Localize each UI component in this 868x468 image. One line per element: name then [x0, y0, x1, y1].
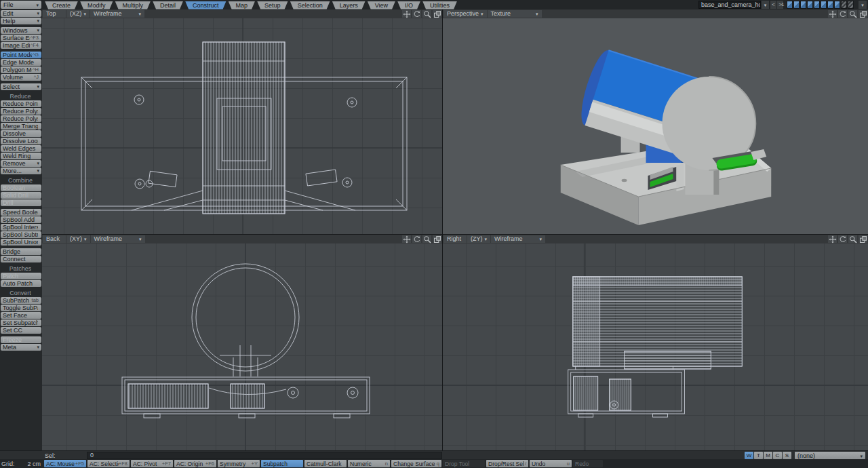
sidebar-item[interactable]: SpBool Subtract: [1, 231, 41, 238]
file-menu-button[interactable]: File: [1, 1, 41, 9]
viewport-canvas-back[interactable]: [42, 243, 442, 450]
status-button[interactable]: Undou: [530, 460, 572, 467]
pan-icon[interactable]: [828, 10, 837, 18]
viewport-axes-dropdown[interactable]: (ZY): [467, 235, 490, 243]
sidebar-item[interactable]: Dissolve Loop: [1, 138, 41, 144]
status-button[interactable]: AC: Origin+F6: [174, 460, 216, 467]
menu-tab[interactable]: Create: [45, 1, 78, 9]
layer-slot[interactable]: [800, 1, 806, 9]
sidebar-item[interactable]: More...▾: [1, 168, 41, 174]
menu-tab[interactable]: Construct: [185, 1, 226, 9]
sidebar-item[interactable]: Dissolve: [1, 130, 41, 137]
menu-tab[interactable]: Detail: [153, 1, 183, 9]
zoom-icon[interactable]: [848, 235, 857, 243]
sidebar-item[interactable]: Edge Mode: [1, 59, 41, 66]
object-list-dropdown[interactable]: [762, 1, 769, 9]
layer-slot[interactable]: [848, 1, 854, 9]
sidebar-item[interactable]: Weld Edges: [1, 145, 41, 152]
viewport-canvas-right[interactable]: [443, 243, 868, 450]
status-button[interactable]: Catmull-Clark: [304, 460, 347, 467]
status-button[interactable]: Drop Tool: [443, 460, 485, 467]
maximize-icon[interactable]: [859, 235, 867, 243]
sidebar-item[interactable]: Select▾: [1, 83, 41, 90]
sidebar-item[interactable]: SpBool Add: [1, 216, 41, 223]
viewport-name-dropdown[interactable]: Perspective: [443, 10, 487, 18]
viewport-axes-dropdown[interactable]: (XY): [66, 235, 90, 243]
sidebar-item[interactable]: SpBool Union: [1, 239, 41, 246]
viewport-mode-dropdown[interactable]: Wireframe: [90, 10, 144, 18]
layer-slot[interactable]: [793, 1, 800, 9]
layer-slot[interactable]: [787, 1, 793, 9]
maximize-icon[interactable]: [433, 10, 441, 18]
sidebar-item[interactable]: Toggle SubPatch: [1, 305, 41, 311]
zoom-icon[interactable]: [848, 10, 857, 18]
vmap-type-button[interactable]: T: [754, 452, 763, 459]
viewport-mode-dropdown[interactable]: Wireframe: [91, 235, 145, 243]
status-button[interactable]: AC: Pivot+F7: [131, 460, 173, 467]
sidebar-item[interactable]: Speed Boolean: [1, 209, 41, 216]
maximize-icon[interactable]: [433, 235, 441, 243]
sidebar-item[interactable]: Patch: [1, 273, 41, 279]
status-button[interactable]: Redo: [573, 460, 603, 467]
sidebar-item[interactable]: Remove▾: [1, 160, 41, 167]
vmap-type-button[interactable]: W: [745, 452, 753, 459]
menu-tab[interactable]: Utilities: [422, 1, 457, 9]
layer-slot[interactable]: [821, 1, 827, 9]
layer-slot[interactable]: [814, 1, 820, 9]
sidebar-item[interactable]: Set Face: [1, 312, 41, 319]
sidebar-item[interactable]: Drill: [1, 199, 41, 206]
layer-slot[interactable]: [834, 1, 840, 9]
rotate-icon[interactable]: [412, 235, 421, 243]
menu-tab[interactable]: Multiply: [115, 1, 151, 9]
viewport-name-button[interactable]: Back: [43, 235, 66, 243]
vmap-type-button[interactable]: C: [773, 452, 782, 459]
sidebar-item[interactable]: Freeze: [1, 336, 41, 343]
vmap-type-button[interactable]: S: [783, 452, 791, 459]
layer-bank-prev-button[interactable]: <: [770, 1, 776, 9]
layer-slot[interactable]: [841, 1, 847, 9]
sidebar-item[interactable]: Meta▾: [1, 344, 41, 351]
sidebar-item[interactable]: Point Mode^G: [1, 52, 41, 58]
menu-tab[interactable]: Setup: [257, 1, 288, 9]
sidebar-item[interactable]: SubPatchtab: [1, 297, 41, 304]
sidebar-item[interactable]: Image Editor^F4: [1, 42, 41, 49]
viewport-canvas-perspective[interactable]: [443, 18, 868, 234]
sidebar-item[interactable]: Set CC: [1, 327, 41, 334]
status-button[interactable]: Numericn: [348, 460, 390, 467]
pan-icon[interactable]: [402, 235, 411, 243]
viewport-name-button[interactable]: Top: [43, 10, 66, 18]
rotate-icon[interactable]: [838, 235, 847, 243]
sidebar-item[interactable]: Surface Editor^F3: [1, 35, 41, 41]
rotate-icon[interactable]: [412, 10, 421, 18]
maximize-icon[interactable]: [859, 10, 867, 18]
sidebar-item[interactable]: Boolean: [1, 184, 41, 191]
layer-slot[interactable]: [807, 1, 813, 9]
sidebar-item[interactable]: Help▾: [1, 18, 41, 24]
viewport-name-button[interactable]: Right: [443, 235, 467, 243]
viewport-mode-dropdown[interactable]: Texture: [488, 10, 542, 18]
menu-tab[interactable]: Selection: [290, 1, 330, 9]
sidebar-item[interactable]: Reduce Polys: [1, 108, 41, 115]
sidebar-item[interactable]: Reduce Polys +: [1, 115, 41, 122]
object-name-field[interactable]: base_and_camera_holder: [698, 1, 761, 9]
viewport-mode-dropdown[interactable]: Wireframe: [491, 235, 545, 243]
sidebar-item[interactable]: Windows▾: [1, 27, 41, 34]
sidebar-item[interactable]: Edit▾: [1, 10, 41, 17]
vmap-selector-dropdown[interactable]: (none): [795, 452, 865, 459]
sidebar-item[interactable]: SpBool Intersect: [1, 224, 41, 231]
sidebar-item[interactable]: Reduce Points: [1, 100, 41, 107]
menu-tab[interactable]: Layers: [332, 1, 366, 9]
sidebar-item[interactable]: Set Subpatch: [1, 319, 41, 326]
sidebar-item[interactable]: Weld Ring: [1, 153, 41, 159]
sidebar-item[interactable]: Auto Patch: [1, 280, 41, 287]
status-button[interactable]: Change Surfaceq: [391, 460, 441, 467]
menu-tab[interactable]: View: [368, 1, 395, 9]
sidebar-item[interactable]: Connect: [1, 256, 41, 262]
sidebar-item[interactable]: Solid Drill: [1, 192, 41, 199]
viewport-canvas-top[interactable]: [42, 18, 442, 234]
status-button[interactable]: Symmetry+Y: [218, 460, 260, 467]
layer-menu-dropdown[interactable]: [859, 1, 867, 9]
sidebar-item[interactable]: Merge Triangles: [1, 123, 41, 130]
status-button[interactable]: Drop/Rest Sel/: [486, 460, 528, 467]
status-button[interactable]: AC: Mouse+F5: [44, 460, 86, 467]
